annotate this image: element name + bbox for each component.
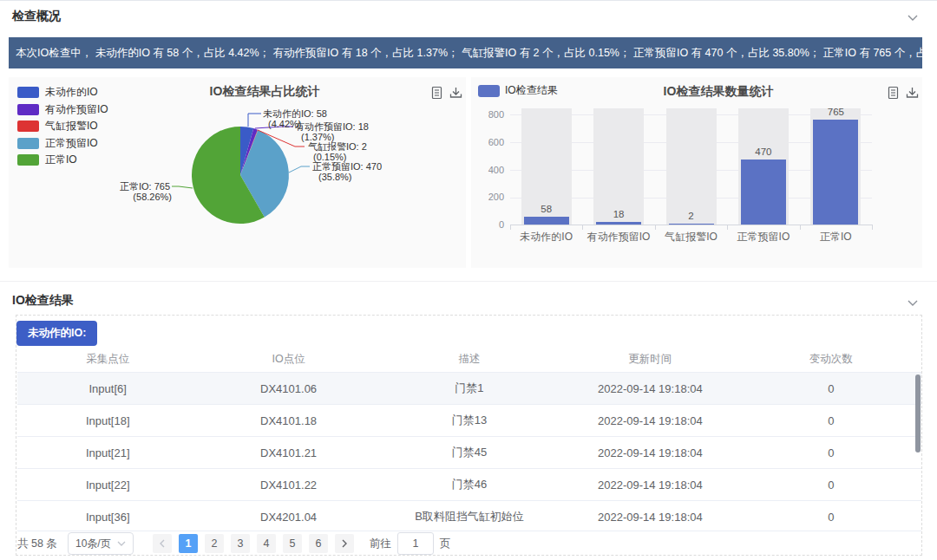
pie-label: 正常预留IO: 470 — [312, 161, 382, 172]
table-cell: Input[6] — [17, 382, 198, 395]
chevron-down-icon — [117, 540, 126, 547]
summary-banner: 本次IO检查中， 未动作的IO 有 58 个，占比 4.42%； 有动作预留IO… — [9, 37, 922, 68]
bar-category-axis: 未动作的IO有动作预留IO气缸报警IO正常预留IO正常IO — [510, 230, 872, 244]
bar-chart-panel: IO检查结果数量统计 IO检查结果 0200400600800 58182470… — [471, 77, 922, 268]
legend-swatch — [478, 85, 500, 97]
bar-slot: 470 — [727, 108, 799, 225]
download-icon[interactable] — [906, 86, 919, 100]
pie-label: (35.8%) — [318, 172, 352, 182]
page-number-button[interactable]: 5 — [283, 534, 302, 553]
page-number-button[interactable]: 2 — [205, 534, 224, 553]
table-scrollbar-thumb[interactable] — [915, 374, 921, 453]
table-cell: Input[22] — [17, 479, 198, 492]
bar-category-label: 有动作预留IO — [582, 230, 654, 244]
table-column-header: IO点位 — [198, 352, 378, 367]
pie-leader-line — [172, 186, 193, 188]
table-column-header: 变动次数 — [741, 352, 921, 367]
table-cell: 0 — [741, 511, 921, 524]
bar-category-label: 气缸报警IO — [655, 230, 727, 244]
bar-value-label: 2 — [655, 211, 727, 221]
overview-collapse-chevron-down-icon[interactable] — [906, 11, 920, 25]
table-column-header: 采集点位 — [17, 352, 198, 367]
table-row[interactable]: Input[6]DX4101.06门禁12022-09-14 19:18:040 — [17, 372, 921, 404]
goto-page-label: 前往 — [370, 537, 391, 551]
y-axis-tick-label: 800 — [471, 109, 504, 120]
table-cell: 2022-09-14 19:18:04 — [560, 511, 740, 524]
table-cell: DX4101.22 — [198, 479, 378, 492]
bar — [524, 217, 569, 225]
bar-legend-item[interactable]: IO检查结果 — [478, 83, 558, 98]
y-axis-tick-label: 600 — [471, 137, 504, 147]
table-cell: DX4201.04 — [198, 511, 378, 524]
table-cell: 2022-09-14 19:18:04 — [560, 446, 740, 459]
bar — [669, 224, 714, 225]
pie-leader-line — [289, 166, 310, 173]
pie-label: 有动作预留IO: 18 — [295, 121, 369, 132]
results-collapse-chevron-down-icon[interactable] — [906, 296, 920, 310]
table-cell: 门禁46 — [379, 477, 560, 492]
bar-slot: 2 — [655, 108, 727, 225]
table-cell: Input[36] — [17, 511, 198, 524]
next-page-button[interactable] — [335, 534, 354, 553]
pie-label: 正常IO: 765 — [120, 181, 170, 192]
table-cell: 门禁45 — [379, 445, 560, 460]
y-axis-tick-label: 400 — [471, 165, 504, 175]
bar — [596, 222, 641, 225]
overview-section-title: 检查概况 — [12, 9, 61, 24]
table-cell: DX4101.18 — [198, 414, 378, 427]
table-cell: 2022-09-14 19:18:04 — [560, 479, 740, 492]
table-column-header: 描述 — [379, 352, 560, 367]
bar — [813, 120, 858, 225]
pie-chart: 未动作的IO: 58 (4.42%) 有动作预留IO: 18 (1.37%) 气… — [9, 77, 466, 268]
pie-leader-line — [248, 114, 261, 127]
table-cell: 门禁13 — [379, 413, 560, 428]
bar-value-label: 58 — [510, 204, 582, 214]
table-cell: DX4101.21 — [198, 446, 378, 459]
pagination-total-count: 共 58 条 — [17, 537, 57, 551]
bar-slot: 58 — [510, 108, 582, 225]
pie-label: (58.26%) — [133, 192, 172, 202]
page-number-button[interactable]: 3 — [231, 534, 250, 553]
y-axis-tick-label: 200 — [471, 192, 504, 202]
table-row[interactable]: Input[36]DX4201.04B取料阻挡气缸初始位2022-09-14 1… — [17, 500, 921, 531]
data-view-icon[interactable] — [887, 86, 900, 100]
table-cell: 0 — [741, 479, 921, 492]
table-cell: 0 — [741, 414, 921, 427]
table-body: Input[6]DX4101.06门禁12022-09-14 19:18:040… — [17, 372, 921, 531]
table-cell: 2022-09-14 19:18:04 — [560, 382, 740, 395]
chevron-right-icon — [341, 539, 348, 548]
x-axis-tickmark — [872, 225, 873, 230]
pie-label: 未动作的IO: 58 — [263, 108, 327, 119]
page-number-button[interactable]: 1 — [179, 534, 198, 553]
bar-value-label: 470 — [727, 147, 799, 157]
section-divider — [0, 281, 937, 282]
goto-page-suffix: 页 — [440, 537, 451, 551]
page-size-select[interactable]: 10条/页 — [68, 532, 134, 555]
page-size-value: 10条/页 — [75, 537, 111, 551]
table-header-row: 采集点位IO点位描述更新时间变动次数 — [17, 347, 921, 372]
not-actuated-io-filter-button[interactable]: 未动作的IO: — [16, 321, 97, 346]
bar — [741, 160, 786, 225]
table-cell: Input[18] — [17, 414, 198, 427]
results-section-title: IO检查结果 — [12, 293, 74, 309]
x-axis-line — [510, 225, 873, 225]
page-number-button[interactable]: 6 — [309, 534, 328, 553]
table-row[interactable]: Input[22]DX4101.22门禁462022-09-14 19:18:0… — [17, 468, 921, 500]
y-axis-tick-label: 0 — [471, 219, 504, 230]
goto-page-input[interactable] — [397, 532, 434, 555]
table-cell: B取料阻挡气缸初始位 — [379, 509, 560, 524]
bar-background — [593, 108, 644, 225]
pagination-bar: 共 58 条 10条/页 123456 前往 页 — [17, 531, 450, 556]
bar-background — [666, 108, 717, 225]
bar-chart-title: IO检查结果数量统计 — [664, 84, 774, 100]
legend-label: IO检查结果 — [505, 83, 558, 98]
table-row[interactable]: Input[18]DX4101.18门禁132022-09-14 19:18:0… — [17, 404, 921, 436]
table-row[interactable]: Input[21]DX4101.21门禁452022-09-14 19:18:0… — [17, 436, 921, 468]
table-column-header: 更新时间 — [560, 352, 740, 367]
previous-page-button[interactable] — [153, 534, 172, 553]
page-number-button[interactable]: 4 — [257, 534, 276, 553]
chevron-left-icon — [159, 539, 166, 548]
table-cell: DX4101.06 — [198, 382, 378, 395]
io-inspection-dashboard: 检查概况 本次IO检查中， 未动作的IO 有 58 个，占比 4.42%； 有动… — [0, 0, 937, 560]
bar-value-label: 18 — [582, 209, 654, 219]
